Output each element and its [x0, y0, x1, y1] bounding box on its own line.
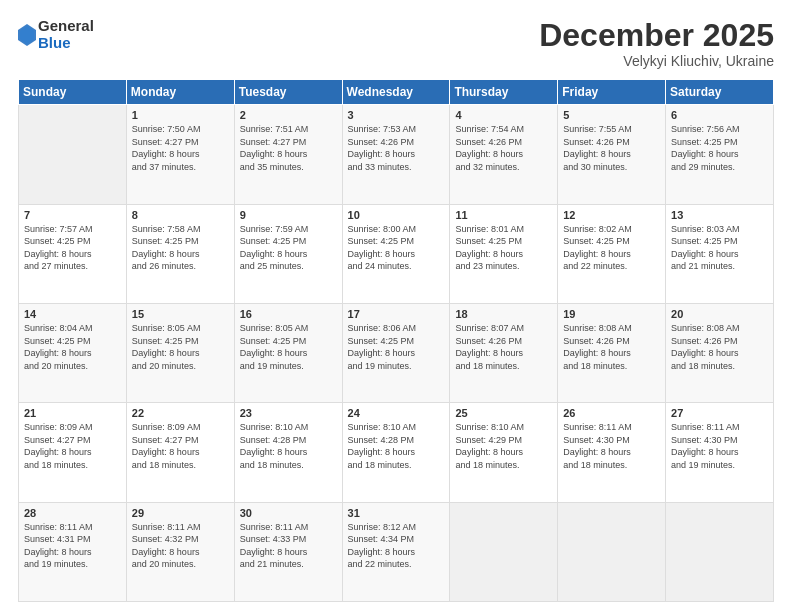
table-row [19, 105, 127, 204]
table-row: 9Sunrise: 7:59 AM Sunset: 4:25 PM Daylig… [234, 204, 342, 303]
header: General Blue December 2025 Velykyi Kliuc… [18, 18, 774, 69]
location-subtitle: Velykyi Kliuchiv, Ukraine [539, 53, 774, 69]
day-number: 16 [240, 308, 337, 320]
day-info: Sunrise: 8:04 AM Sunset: 4:25 PM Dayligh… [24, 322, 121, 372]
header-wednesday: Wednesday [342, 80, 450, 105]
calendar-header: Sunday Monday Tuesday Wednesday Thursday… [19, 80, 774, 105]
table-row: 10Sunrise: 8:00 AM Sunset: 4:25 PM Dayli… [342, 204, 450, 303]
day-info: Sunrise: 8:06 AM Sunset: 4:25 PM Dayligh… [348, 322, 445, 372]
day-info: Sunrise: 8:08 AM Sunset: 4:26 PM Dayligh… [671, 322, 768, 372]
day-info: Sunrise: 8:00 AM Sunset: 4:25 PM Dayligh… [348, 223, 445, 273]
header-sunday: Sunday [19, 80, 127, 105]
table-row [450, 502, 558, 601]
table-row: 27Sunrise: 8:11 AM Sunset: 4:30 PM Dayli… [666, 403, 774, 502]
day-number: 20 [671, 308, 768, 320]
header-friday: Friday [558, 80, 666, 105]
logo-text: General Blue [38, 18, 94, 51]
header-saturday: Saturday [666, 80, 774, 105]
table-row: 22Sunrise: 8:09 AM Sunset: 4:27 PM Dayli… [126, 403, 234, 502]
table-row: 14Sunrise: 8:04 AM Sunset: 4:25 PM Dayli… [19, 303, 127, 402]
day-number: 4 [455, 109, 552, 121]
day-number: 1 [132, 109, 229, 121]
day-info: Sunrise: 8:10 AM Sunset: 4:28 PM Dayligh… [240, 421, 337, 471]
month-title: December 2025 [539, 18, 774, 53]
table-row: 29Sunrise: 8:11 AM Sunset: 4:32 PM Dayli… [126, 502, 234, 601]
page: General Blue December 2025 Velykyi Kliuc… [0, 0, 792, 612]
table-row: 16Sunrise: 8:05 AM Sunset: 4:25 PM Dayli… [234, 303, 342, 402]
day-number: 27 [671, 407, 768, 419]
logo: General Blue [18, 18, 94, 51]
day-number: 22 [132, 407, 229, 419]
day-number: 6 [671, 109, 768, 121]
day-number: 18 [455, 308, 552, 320]
day-number: 8 [132, 209, 229, 221]
day-info: Sunrise: 8:03 AM Sunset: 4:25 PM Dayligh… [671, 223, 768, 273]
day-number: 21 [24, 407, 121, 419]
day-number: 30 [240, 507, 337, 519]
table-row: 8Sunrise: 7:58 AM Sunset: 4:25 PM Daylig… [126, 204, 234, 303]
day-number: 26 [563, 407, 660, 419]
day-number: 9 [240, 209, 337, 221]
day-info: Sunrise: 8:11 AM Sunset: 4:30 PM Dayligh… [563, 421, 660, 471]
calendar-table: Sunday Monday Tuesday Wednesday Thursday… [18, 79, 774, 602]
day-info: Sunrise: 8:09 AM Sunset: 4:27 PM Dayligh… [24, 421, 121, 471]
day-info: Sunrise: 7:59 AM Sunset: 4:25 PM Dayligh… [240, 223, 337, 273]
day-info: Sunrise: 7:50 AM Sunset: 4:27 PM Dayligh… [132, 123, 229, 173]
day-info: Sunrise: 7:56 AM Sunset: 4:25 PM Dayligh… [671, 123, 768, 173]
title-block: December 2025 Velykyi Kliuchiv, Ukraine [539, 18, 774, 69]
day-number: 13 [671, 209, 768, 221]
table-row: 12Sunrise: 8:02 AM Sunset: 4:25 PM Dayli… [558, 204, 666, 303]
day-info: Sunrise: 7:55 AM Sunset: 4:26 PM Dayligh… [563, 123, 660, 173]
day-number: 10 [348, 209, 445, 221]
logo-general: General [38, 18, 94, 35]
day-info: Sunrise: 8:08 AM Sunset: 4:26 PM Dayligh… [563, 322, 660, 372]
table-row: 5Sunrise: 7:55 AM Sunset: 4:26 PM Daylig… [558, 105, 666, 204]
table-row: 26Sunrise: 8:11 AM Sunset: 4:30 PM Dayli… [558, 403, 666, 502]
table-row: 17Sunrise: 8:06 AM Sunset: 4:25 PM Dayli… [342, 303, 450, 402]
header-thursday: Thursday [450, 80, 558, 105]
day-number: 15 [132, 308, 229, 320]
day-info: Sunrise: 8:11 AM Sunset: 4:33 PM Dayligh… [240, 521, 337, 571]
table-row: 15Sunrise: 8:05 AM Sunset: 4:25 PM Dayli… [126, 303, 234, 402]
day-number: 2 [240, 109, 337, 121]
table-row: 11Sunrise: 8:01 AM Sunset: 4:25 PM Dayli… [450, 204, 558, 303]
table-row: 6Sunrise: 7:56 AM Sunset: 4:25 PM Daylig… [666, 105, 774, 204]
table-row: 18Sunrise: 8:07 AM Sunset: 4:26 PM Dayli… [450, 303, 558, 402]
day-number: 7 [24, 209, 121, 221]
day-info: Sunrise: 8:11 AM Sunset: 4:31 PM Dayligh… [24, 521, 121, 571]
day-info: Sunrise: 8:07 AM Sunset: 4:26 PM Dayligh… [455, 322, 552, 372]
day-info: Sunrise: 8:05 AM Sunset: 4:25 PM Dayligh… [132, 322, 229, 372]
day-number: 3 [348, 109, 445, 121]
day-info: Sunrise: 8:10 AM Sunset: 4:29 PM Dayligh… [455, 421, 552, 471]
day-number: 17 [348, 308, 445, 320]
day-info: Sunrise: 7:57 AM Sunset: 4:25 PM Dayligh… [24, 223, 121, 273]
day-number: 12 [563, 209, 660, 221]
day-number: 31 [348, 507, 445, 519]
day-info: Sunrise: 7:58 AM Sunset: 4:25 PM Dayligh… [132, 223, 229, 273]
day-number: 11 [455, 209, 552, 221]
table-row: 20Sunrise: 8:08 AM Sunset: 4:26 PM Dayli… [666, 303, 774, 402]
header-monday: Monday [126, 80, 234, 105]
table-row: 7Sunrise: 7:57 AM Sunset: 4:25 PM Daylig… [19, 204, 127, 303]
day-info: Sunrise: 7:54 AM Sunset: 4:26 PM Dayligh… [455, 123, 552, 173]
logo-blue: Blue [38, 35, 94, 52]
table-row: 30Sunrise: 8:11 AM Sunset: 4:33 PM Dayli… [234, 502, 342, 601]
day-info: Sunrise: 8:02 AM Sunset: 4:25 PM Dayligh… [563, 223, 660, 273]
day-info: Sunrise: 8:10 AM Sunset: 4:28 PM Dayligh… [348, 421, 445, 471]
day-number: 19 [563, 308, 660, 320]
day-info: Sunrise: 8:12 AM Sunset: 4:34 PM Dayligh… [348, 521, 445, 571]
table-row: 28Sunrise: 8:11 AM Sunset: 4:31 PM Dayli… [19, 502, 127, 601]
day-info: Sunrise: 8:11 AM Sunset: 4:30 PM Dayligh… [671, 421, 768, 471]
day-info: Sunrise: 8:05 AM Sunset: 4:25 PM Dayligh… [240, 322, 337, 372]
day-info: Sunrise: 8:01 AM Sunset: 4:25 PM Dayligh… [455, 223, 552, 273]
table-row: 4Sunrise: 7:54 AM Sunset: 4:26 PM Daylig… [450, 105, 558, 204]
calendar-body: 1Sunrise: 7:50 AM Sunset: 4:27 PM Daylig… [19, 105, 774, 602]
table-row: 1Sunrise: 7:50 AM Sunset: 4:27 PM Daylig… [126, 105, 234, 204]
day-number: 29 [132, 507, 229, 519]
day-number: 24 [348, 407, 445, 419]
day-number: 23 [240, 407, 337, 419]
table-row: 2Sunrise: 7:51 AM Sunset: 4:27 PM Daylig… [234, 105, 342, 204]
table-row [666, 502, 774, 601]
table-row: 21Sunrise: 8:09 AM Sunset: 4:27 PM Dayli… [19, 403, 127, 502]
table-row: 24Sunrise: 8:10 AM Sunset: 4:28 PM Dayli… [342, 403, 450, 502]
